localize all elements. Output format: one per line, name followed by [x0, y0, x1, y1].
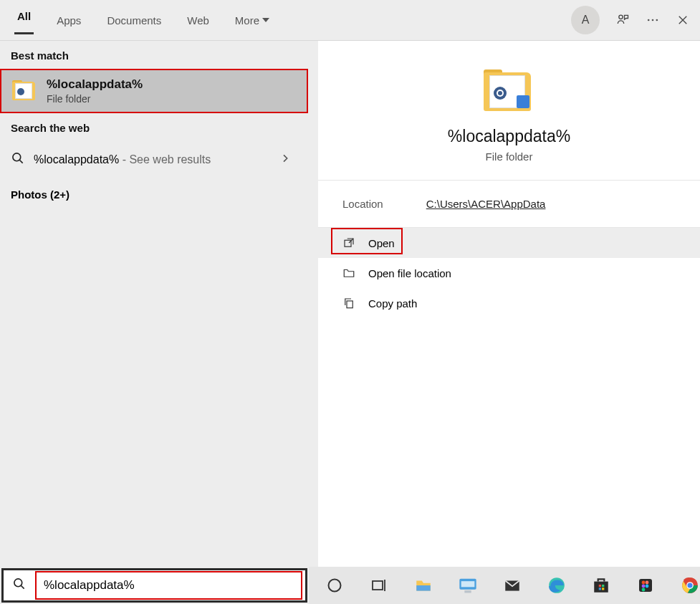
cortana-icon[interactable] — [325, 575, 345, 595]
action-copy-path-label: Copy path — [368, 297, 417, 310]
tab-apps[interactable]: Apps — [54, 10, 84, 31]
location-path[interactable]: C:\Users\ACER\AppData — [426, 198, 546, 210]
figma-icon[interactable] — [636, 575, 656, 595]
svg-point-2 — [652, 19, 654, 21]
tab-all[interactable]: All — [14, 6, 34, 34]
folder-icon-large — [484, 69, 535, 112]
close-icon[interactable] — [676, 13, 690, 27]
top-right-controls: A — [571, 6, 690, 34]
search-icon — [4, 577, 35, 594]
best-match-text: %localappdata% File folder — [47, 77, 143, 105]
svg-rect-18 — [599, 588, 601, 590]
copy-icon — [342, 297, 355, 310]
screen-keyboard-icon[interactable] — [458, 575, 478, 595]
best-match-result[interactable]: %localappdata% File folder — [0, 69, 308, 113]
more-icon[interactable] — [646, 13, 660, 27]
feedback-icon[interactable] — [615, 13, 630, 27]
action-open[interactable]: Open — [318, 228, 700, 258]
task-view-icon[interactable] — [369, 575, 389, 595]
web-result-suffix: - See web results — [119, 153, 211, 166]
svg-point-25 — [642, 588, 646, 592]
tab-more[interactable]: More — [232, 10, 272, 31]
svg-point-4 — [13, 153, 21, 161]
web-search-result[interactable]: %localappdata% - See web results — [0, 141, 308, 178]
store-icon[interactable] — [591, 575, 611, 595]
svg-rect-12 — [461, 581, 475, 587]
search-box-container[interactable] — [1, 568, 307, 603]
svg-rect-16 — [599, 585, 601, 587]
file-explorer-icon[interactable] — [413, 575, 433, 595]
action-open-loc-label: Open file location — [368, 267, 451, 279]
action-open-label: Open — [368, 237, 395, 249]
results-column: Best match %localappdata% File folder Se… — [0, 41, 308, 567]
svg-point-21 — [642, 581, 646, 585]
search-highlight-box — [35, 571, 302, 600]
taskbar — [0, 567, 700, 604]
tab-web[interactable]: Web — [184, 10, 212, 31]
search-web-header: Search the web — [0, 113, 308, 141]
top-tab-bar: All Apps Documents Web More A — [0, 0, 700, 41]
svg-point-22 — [646, 581, 649, 585]
svg-point-23 — [642, 585, 646, 588]
svg-point-0 — [619, 15, 623, 19]
web-result-term: %localappdata% — [34, 153, 119, 166]
avatar[interactable]: A — [571, 6, 600, 34]
folder-icon — [12, 80, 38, 102]
best-match-subtitle: File folder — [47, 93, 143, 105]
preview-pane: %localappdata% File folder Location C:\U… — [318, 41, 700, 567]
web-result-text: %localappdata% - See web results — [34, 153, 211, 166]
edge-icon[interactable] — [547, 575, 567, 595]
preview-actions: Open Open file location Copy path — [318, 228, 700, 318]
chrome-icon[interactable] — [680, 575, 700, 595]
svg-rect-10 — [416, 585, 431, 591]
svg-point-24 — [646, 585, 649, 588]
main-area: Best match %localappdata% File folder Se… — [0, 41, 700, 567]
tab-more-label: More — [235, 14, 259, 27]
svg-rect-17 — [602, 585, 604, 587]
svg-point-8 — [329, 580, 341, 592]
svg-point-7 — [14, 579, 22, 587]
action-open-file-location[interactable]: Open file location — [318, 258, 700, 288]
svg-rect-9 — [373, 581, 383, 590]
location-row: Location C:\Users\ACER\AppData — [318, 181, 700, 228]
svg-point-1 — [648, 19, 650, 21]
svg-point-3 — [656, 19, 658, 21]
taskbar-icons — [309, 567, 700, 604]
search-scope-tabs: All Apps Documents Web More — [14, 6, 272, 34]
location-label: Location — [342, 198, 383, 210]
best-match-header: Best match — [0, 41, 308, 69]
preview-subtitle: File folder — [486, 150, 533, 163]
mail-icon[interactable] — [502, 575, 522, 595]
photos-section[interactable]: Photos (2+) — [0, 178, 308, 211]
search-icon — [11, 151, 25, 168]
svg-rect-13 — [464, 590, 471, 593]
folder-outline-icon — [342, 267, 355, 279]
tab-documents[interactable]: Documents — [104, 10, 164, 31]
preview-title: %localappdata% — [448, 127, 570, 146]
open-icon — [342, 236, 355, 249]
chevron-right-icon — [279, 153, 291, 167]
action-copy-path[interactable]: Copy path — [318, 288, 700, 318]
svg-rect-19 — [602, 588, 604, 590]
chevron-down-icon — [262, 18, 269, 22]
svg-point-28 — [687, 583, 692, 588]
svg-rect-6 — [347, 301, 353, 308]
preview-header: %localappdata% File folder — [318, 41, 700, 181]
best-match-title: %localappdata% — [47, 77, 143, 92]
search-input[interactable] — [41, 572, 297, 598]
